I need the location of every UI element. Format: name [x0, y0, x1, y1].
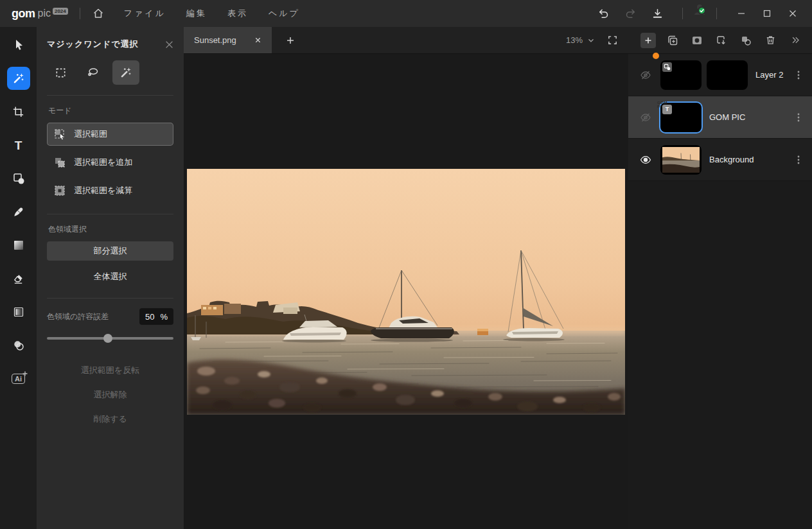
mode-select-button[interactable]: 選択範囲 [47, 123, 173, 146]
full-select-button[interactable]: 全体選択 [47, 267, 173, 286]
plus-icon [286, 36, 295, 45]
mode-subtract-icon [53, 184, 66, 197]
bands-square-icon [12, 306, 25, 318]
deselect-button[interactable]: 選択解除 [47, 383, 173, 407]
tab-bar: Sunset.png 13% [184, 27, 628, 54]
layer-menu-button[interactable] [790, 112, 807, 123]
tool-eraser[interactable] [7, 267, 30, 290]
add-layer-button[interactable] [636, 33, 660, 48]
divider [47, 298, 173, 299]
menu-help[interactable]: ヘルプ [269, 8, 300, 19]
eye-icon [639, 153, 652, 166]
partial-select-button[interactable]: 部分選択 [47, 241, 173, 261]
panel-close-button[interactable] [165, 40, 173, 49]
delete-layer-button[interactable] [758, 34, 782, 46]
redo-icon [624, 8, 637, 20]
home-button[interactable] [92, 7, 105, 20]
tool-crop[interactable] [7, 100, 30, 123]
canvas-area: Sunset.png 13% [184, 27, 628, 529]
layer-thumbnail-shape[interactable] [660, 60, 702, 90]
layer-name: GOM PIC [709, 112, 745, 122]
maximize-button[interactable] [754, 0, 780, 27]
tolerance-unit: % [160, 312, 168, 322]
tolerance-value: 50 [145, 312, 154, 322]
undo-button[interactable] [590, 8, 617, 20]
tolerance-slider[interactable] [47, 334, 173, 343]
add-layer-icon [640, 33, 656, 48]
mode-section-label: モード [48, 105, 172, 116]
layer-thumbnail-text[interactable]: T GOM PIC [660, 103, 702, 132]
layer-menu-button[interactable] [790, 155, 807, 165]
layer-row-layer2[interactable]: Layer 2 [628, 54, 812, 96]
flip-layer-button[interactable] [709, 34, 734, 47]
mode-label: 選択範囲を減算 [74, 185, 132, 196]
slider-thumb[interactable] [103, 334, 112, 343]
layer-mask-button[interactable] [685, 34, 709, 47]
tool-text[interactable]: T [7, 134, 30, 157]
crop-icon [12, 106, 24, 118]
menu-file[interactable]: ファイル [124, 8, 166, 19]
menu-edit[interactable]: 編集 [186, 8, 207, 19]
tolerance-input[interactable]: 50 % [139, 308, 173, 325]
brush-icon [12, 206, 24, 218]
layer-row-gom-pic[interactable]: T GOM PIC GOM PIC [628, 96, 812, 139]
tool-posterize[interactable] [7, 300, 30, 324]
tool-color-adjust[interactable] [7, 334, 30, 357]
chevrons-right-icon [790, 35, 800, 46]
lasso-select-button[interactable] [80, 60, 107, 85]
tool-rail: T Ai [0, 27, 37, 529]
canvas-image-sunset[interactable] [187, 169, 625, 415]
invert-selection-button[interactable]: 選択範囲を反転 [47, 358, 173, 383]
kebab-icon [794, 112, 803, 123]
zoom-level: 13% [566, 35, 583, 45]
collapse-panel-button[interactable] [785, 35, 804, 46]
redo-button[interactable] [617, 8, 644, 20]
close-icon [165, 40, 173, 49]
lasso-icon [87, 66, 100, 79]
visibility-toggle[interactable] [637, 153, 654, 166]
zoom-control[interactable]: 13% [566, 35, 596, 45]
canvas-viewport[interactable] [184, 54, 628, 529]
merge-layers-button[interactable] [734, 34, 758, 47]
layer-thumbnail-image[interactable] [660, 145, 702, 175]
tool-gradient[interactable] [7, 234, 30, 257]
layers-toolbar [628, 27, 812, 54]
tool-shape[interactable] [7, 167, 30, 190]
new-tab-button[interactable] [286, 36, 295, 45]
delete-button[interactable]: 削除する [47, 407, 173, 431]
undo-icon [597, 8, 610, 20]
mode-add-button[interactable]: 選択範囲を追加 [47, 151, 173, 174]
visibility-toggle[interactable] [637, 111, 654, 124]
mode-label: 選択範囲 [74, 128, 107, 140]
marquee-select-button[interactable] [47, 60, 74, 85]
tool-move[interactable] [7, 33, 30, 56]
color-section-label: 色領域選択 [48, 224, 172, 235]
tool-ai[interactable]: Ai [7, 367, 30, 390]
tool-brush[interactable] [7, 200, 30, 223]
tool-magic-wand[interactable] [7, 67, 30, 90]
close-icon [787, 8, 799, 19]
tab-close-button[interactable] [254, 37, 261, 44]
layer-menu-button[interactable] [790, 70, 807, 80]
tab-sunset[interactable]: Sunset.png [184, 27, 272, 53]
visibility-toggle[interactable] [637, 69, 654, 82]
magic-wand-select-button[interactable] [112, 60, 139, 85]
layer-row-background[interactable]: Background [628, 139, 812, 181]
download-icon [651, 8, 664, 20]
kebab-icon [794, 155, 803, 165]
close-window-button[interactable] [780, 0, 806, 27]
mode-subtract-button[interactable]: 選択範囲を減算 [47, 179, 173, 202]
trash-icon [764, 34, 777, 46]
fit-screen-button[interactable] [607, 35, 618, 46]
layer-name: Layer 2 [755, 70, 783, 80]
layer-mask-thumbnail[interactable] [707, 60, 748, 90]
marquee-icon [55, 67, 67, 79]
export-button[interactable] [644, 8, 671, 20]
mode-add-icon [53, 156, 66, 169]
duplicate-layer-button[interactable] [660, 34, 685, 47]
menu-view[interactable]: 表示 [227, 8, 248, 19]
minimize-button[interactable] [728, 0, 754, 27]
app-logo: gom pic 2024 [12, 7, 68, 20]
kebab-icon [794, 70, 803, 80]
fit-screen-icon [607, 35, 618, 46]
